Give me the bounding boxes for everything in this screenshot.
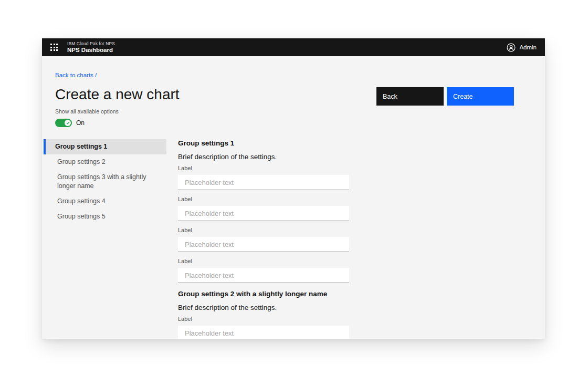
sidebar-item-group-settings-2[interactable]: Group settings 2 — [44, 154, 166, 170]
field-label: Label — [178, 196, 349, 202]
field-label: Label — [178, 165, 349, 171]
field-label: Label — [178, 258, 349, 264]
form-field: Label — [178, 196, 349, 221]
show-options-toggle-block: Show all available options On — [55, 108, 119, 127]
platform-name: IBM Cloud Pak for NPS — [67, 41, 115, 46]
breadcrumb-back-to-charts[interactable]: Back to charts / — [55, 72, 97, 78]
sidebar-item-label: Group settings 4 — [57, 197, 106, 205]
text-input[interactable] — [178, 268, 349, 283]
brand-block: IBM Cloud Pak for NPS NPS Dashboard — [67, 41, 115, 54]
form-field: Label — [178, 258, 349, 283]
settings-group-nav: Group settings 1 Group settings 2 Group … — [44, 139, 166, 224]
text-input[interactable] — [178, 175, 349, 190]
check-icon — [66, 121, 70, 124]
sidebar-item-label: Group settings 1 — [55, 143, 107, 150]
sidebar-item-label: Group settings 3 with a slightly longer … — [57, 173, 146, 190]
sidebar-item-group-settings-3[interactable]: Group settings 3 with a slightly longer … — [44, 170, 166, 194]
show-options-toggle[interactable] — [55, 119, 72, 127]
section-heading: Group settings 2 with a slightly longer … — [178, 289, 349, 298]
user-menu[interactable]: Admin — [507, 43, 537, 52]
form-section-group-settings-1: Group settings 1 Brief description of th… — [178, 139, 349, 283]
top-header-bar: IBM Cloud Pak for NPS NPS Dashboard Admi… — [42, 38, 545, 56]
page-title: Create a new chart — [55, 85, 180, 104]
sidebar-item-group-settings-4[interactable]: Group settings 4 — [44, 194, 166, 209]
form-field: Label — [178, 316, 349, 339]
text-input[interactable] — [178, 326, 349, 339]
sidebar-item-label: Group settings 5 — [57, 213, 106, 220]
page-actions: Back Create — [376, 87, 514, 106]
form-field: Label — [178, 165, 349, 190]
sidebar-item-label: Group settings 2 — [57, 158, 106, 165]
app-switcher-button[interactable] — [48, 41, 60, 53]
text-input[interactable] — [178, 237, 349, 252]
product-name: NPS Dashboard — [67, 47, 115, 54]
app-switcher-icon — [50, 44, 58, 51]
section-description: Brief description of the settings. — [178, 152, 349, 161]
section-heading: Group settings 1 — [178, 139, 349, 148]
sidebar-item-group-settings-1[interactable]: Group settings 1 — [44, 139, 166, 154]
settings-form: Group settings 1 Brief description of th… — [178, 139, 349, 339]
sidebar-item-group-settings-5[interactable]: Group settings 5 — [44, 209, 166, 224]
toggle-knob — [65, 120, 71, 126]
form-field: Label — [178, 227, 349, 252]
user-avatar-icon — [507, 43, 516, 52]
field-label: Label — [178, 227, 349, 233]
back-button[interactable]: Back — [376, 87, 444, 106]
form-section-group-settings-2: Group settings 2 with a slightly longer … — [178, 289, 349, 339]
toggle-label: Show all available options — [55, 108, 119, 114]
app-window: IBM Cloud Pak for NPS NPS Dashboard Admi… — [42, 38, 545, 339]
section-description: Brief description of the settings. — [178, 303, 349, 312]
create-button[interactable]: Create — [447, 87, 514, 106]
text-input[interactable] — [178, 206, 349, 221]
user-name: Admin — [519, 44, 537, 50]
field-label: Label — [178, 316, 349, 322]
page-content: Back to charts / Create a new chart Back… — [42, 56, 545, 339]
toggle-state-text: On — [76, 119, 85, 127]
